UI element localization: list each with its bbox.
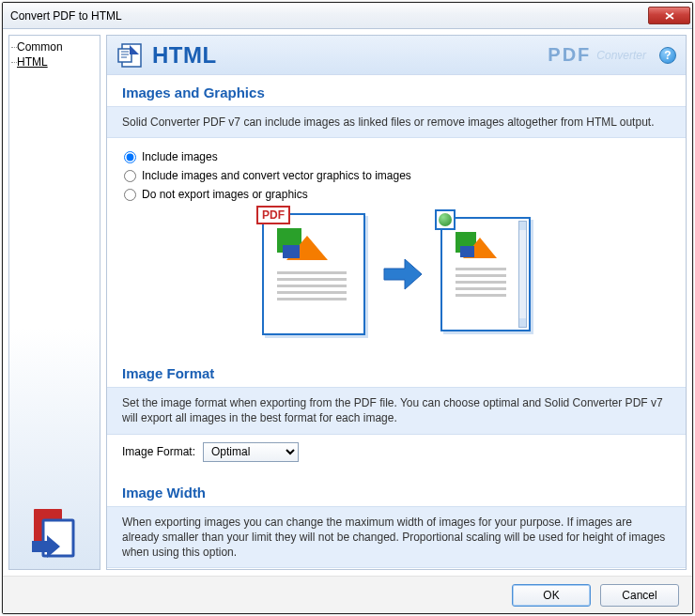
brand-pdf: PDF <box>548 44 591 66</box>
image-format-label: Image Format: <box>122 445 195 458</box>
image-format-select[interactable]: Optimal <box>203 442 299 462</box>
tree-item-common[interactable]: Common <box>11 39 98 54</box>
section-title-width: Image Width <box>107 475 686 506</box>
tree-item-label: HTML <box>17 55 48 69</box>
nav-tree: Common HTML <box>9 36 100 507</box>
html-page-icon <box>116 41 145 69</box>
panel-header: HTML PDF Converter ? <box>107 36 686 75</box>
window-title: Convert PDF to HTML <box>10 9 648 23</box>
close-icon <box>665 12 674 20</box>
radio-input[interactable] <box>124 151 136 163</box>
sidebar-convert-icon <box>30 507 79 560</box>
radio-no-export[interactable]: Do not export images or graphics <box>122 185 671 204</box>
dialog-footer: OK Cancel <box>3 576 692 613</box>
radio-include-images[interactable]: Include images <box>122 147 671 166</box>
radio-label: Do not export images or graphics <box>142 188 308 201</box>
html-page-icon <box>440 217 531 331</box>
dialog-window: Convert PDF to HTML Common HTML <box>2 2 693 614</box>
section-desc-images: Solid Converter PDF v7 can include image… <box>107 106 686 138</box>
pdf-page-icon: PDF <box>262 213 365 335</box>
tree-item-label: Common <box>17 40 63 54</box>
globe-icon <box>439 213 452 226</box>
section-desc-width: When exporting images you can change the… <box>107 506 686 569</box>
ok-button[interactable]: OK <box>512 584 591 607</box>
section-title-format: Image Format <box>107 356 686 387</box>
close-button[interactable] <box>648 7 690 24</box>
radio-include-convert-vector[interactable]: Include images and convert vector graphi… <box>122 166 671 185</box>
scrollbar-icon <box>518 221 527 328</box>
content-scroll[interactable]: Images and Graphics Solid Converter PDF … <box>107 75 686 569</box>
cancel-button[interactable]: Cancel <box>600 584 679 607</box>
radio-label: Include images <box>142 150 218 163</box>
radio-input[interactable] <box>124 170 136 182</box>
titlebar: Convert PDF to HTML <box>3 3 692 29</box>
image-format-row: Image Format: Optimal <box>107 435 686 475</box>
brand-converter: Converter <box>596 49 646 62</box>
sidebar: Common HTML <box>8 35 100 570</box>
brand-label: PDF Converter <box>548 44 646 66</box>
svg-rect-3 <box>118 49 131 62</box>
conversion-illustration: PDF <box>122 204 671 350</box>
pdf-badge: PDF <box>256 206 290 224</box>
web-badge <box>435 209 456 230</box>
images-options: Include images Include images and conver… <box>107 138 686 356</box>
section-desc-format: Set the image format when exporting from… <box>107 387 686 434</box>
radio-input[interactable] <box>124 189 136 201</box>
radio-label: Include images and convert vector graphi… <box>142 169 411 182</box>
main-panel: HTML PDF Converter ? Images and Graphics… <box>106 35 687 570</box>
help-button[interactable]: ? <box>659 47 676 64</box>
page-title: HTML <box>152 42 540 69</box>
help-icon: ? <box>664 49 671 62</box>
dialog-body: Common HTML <box>3 29 692 576</box>
arrow-right-icon <box>380 252 425 297</box>
tree-item-html[interactable]: HTML <box>11 54 98 69</box>
section-title-images: Images and Graphics <box>107 75 686 106</box>
